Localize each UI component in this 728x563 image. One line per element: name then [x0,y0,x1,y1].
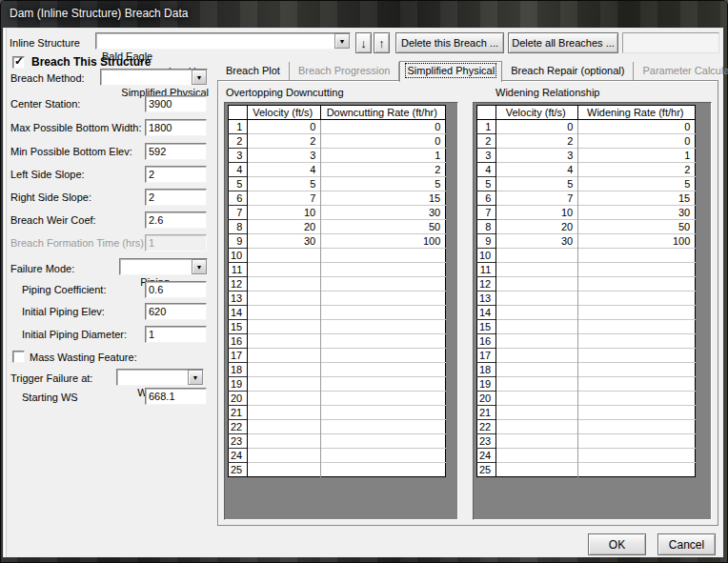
rate-cell[interactable] [578,277,696,292]
velocity-cell[interactable]: 4 [248,163,321,177]
velocity-cell[interactable] [496,249,578,263]
velocity-cell[interactable] [496,463,578,477]
rate-cell[interactable] [321,320,446,334]
velocity-cell[interactable]: 30 [248,234,321,249]
velocity-cell[interactable] [496,292,578,306]
rate-cell[interactable]: 30 [578,206,696,220]
velocity-cell[interactable]: 7 [496,191,578,206]
rate-cell[interactable] [321,292,446,306]
rate-cell[interactable] [321,377,446,392]
rate-cell[interactable]: 0 [321,134,446,149]
rate-cell[interactable] [321,249,446,263]
rate-cell[interactable] [578,249,696,263]
rate-cell[interactable] [321,263,446,277]
velocity-cell[interactable]: 0 [248,120,321,134]
velocity-cell[interactable] [496,363,578,377]
velocity-cell[interactable] [496,406,578,420]
failure-mode-combobox[interactable]: Piping ▼ [119,258,208,275]
velocity-cell[interactable] [496,420,578,434]
rate-cell[interactable]: 30 [321,206,446,220]
velocity-cell[interactable] [248,349,321,363]
rate-cell[interactable]: 100 [321,234,446,249]
velocity-cell[interactable] [248,392,321,406]
ok-button[interactable]: OK [588,533,646,555]
rate-cell[interactable]: 0 [578,134,696,149]
piping-coefficient-input[interactable]: 0.6 [145,281,207,298]
velocity-cell[interactable]: 7 [248,191,321,206]
min-bottom-elev-input[interactable]: 592 [145,143,207,160]
center-station-input[interactable]: 3900 [145,95,207,112]
velocity-cell[interactable] [496,320,578,334]
rate-cell[interactable] [321,449,446,463]
rate-cell[interactable]: 15 [578,191,696,206]
tab-breach-repair[interactable]: Breach Repair (optional) [502,62,634,80]
velocity-cell[interactable]: 0 [496,120,578,134]
next-structure-button[interactable]: ↑ [374,32,390,53]
rate-cell[interactable]: 0 [578,120,696,134]
inline-structure-combobox[interactable]: Bald Eagle Loc Hav 81500 ▼ [95,32,351,50]
velocity-cell[interactable]: 4 [496,163,578,177]
velocity-cell[interactable] [248,449,321,463]
chevron-down-icon[interactable]: ▼ [192,70,207,85]
velocity-cell[interactable] [496,449,578,463]
rate-cell[interactable] [321,277,446,292]
velocity-cell[interactable] [496,306,578,320]
chevron-down-icon[interactable]: ▼ [334,33,350,49]
velocity-cell[interactable] [496,277,578,292]
rate-cell[interactable] [321,349,446,363]
left-side-slope-input[interactable]: 2 [145,166,207,183]
rate-cell[interactable] [578,392,696,406]
rate-cell[interactable]: 2 [321,163,446,177]
velocity-cell[interactable]: 3 [496,149,578,163]
velocity-cell[interactable] [248,434,321,449]
rate-cell[interactable] [321,306,446,320]
rate-cell[interactable] [321,363,446,377]
previous-structure-button[interactable]: ↓ [355,32,372,53]
velocity-cell[interactable]: 30 [496,234,578,249]
velocity-cell[interactable] [496,434,578,449]
max-bottom-width-input[interactable]: 1800 [145,119,207,136]
rate-cell[interactable] [578,334,696,349]
initial-piping-diameter-input[interactable]: 1 [145,326,207,343]
velocity-cell[interactable] [248,263,321,277]
rate-cell[interactable] [321,420,446,434]
velocity-cell[interactable] [248,292,321,306]
rate-cell[interactable] [321,463,446,477]
velocity-cell[interactable] [496,334,578,349]
trigger-failure-combobox[interactable]: WS Elev ▼ [116,369,204,386]
rate-cell[interactable]: 15 [321,191,446,206]
velocity-cell[interactable]: 20 [496,220,578,234]
tab-simplified-physical[interactable]: Simplified Physical [399,61,502,82]
rate-cell[interactable] [578,406,696,420]
breach-method-combobox[interactable]: Simplified Physical ▼ [100,69,208,86]
breach-this-structure-checkbox[interactable]: ✓ [12,56,25,69]
velocity-cell[interactable] [248,334,321,349]
cancel-button[interactable]: Cancel [657,533,716,555]
rate-cell[interactable] [321,406,446,420]
velocity-cell[interactable]: 2 [496,134,578,149]
mass-wasting-checkbox[interactable] [12,351,25,363]
rate-cell[interactable]: 50 [578,220,696,234]
rate-cell[interactable]: 2 [578,163,696,177]
rate-cell[interactable] [578,434,696,449]
rate-cell[interactable]: 1 [578,149,696,163]
velocity-cell[interactable]: 20 [248,220,321,234]
downcutting-table[interactable]: Velocity (ft/s)Downcutting Rate (ft/hr)1… [228,105,446,477]
rate-cell[interactable] [321,392,446,406]
velocity-cell[interactable] [248,406,321,420]
velocity-cell[interactable]: 5 [248,177,321,191]
delete-all-breaches-button[interactable]: Delete all Breaches ... [508,32,618,53]
rate-cell[interactable] [321,434,446,449]
rate-cell[interactable] [578,420,696,434]
velocity-cell[interactable] [248,463,321,477]
rate-cell[interactable]: 50 [321,220,446,234]
velocity-cell[interactable]: 10 [248,206,321,220]
rate-cell[interactable] [578,292,696,306]
breach-weir-coef-input[interactable]: 2.6 [145,211,207,229]
velocity-cell[interactable]: 10 [496,206,578,220]
rate-cell[interactable] [578,306,696,320]
velocity-cell[interactable] [248,306,321,320]
right-side-slope-input[interactable]: 2 [145,189,207,206]
rate-cell[interactable]: 5 [321,177,446,191]
velocity-cell[interactable] [248,249,321,263]
